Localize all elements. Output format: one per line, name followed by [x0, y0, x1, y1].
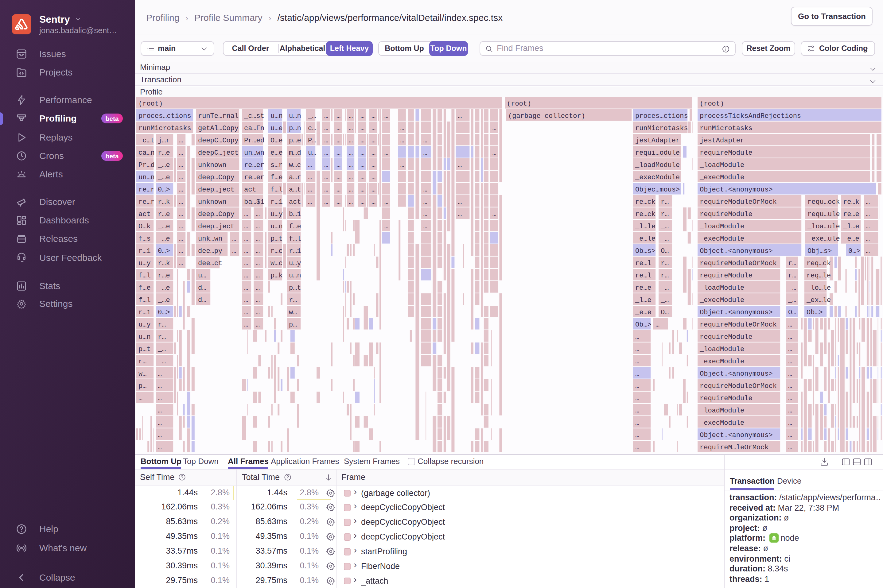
svg-text:req…ck: req…ck [806, 260, 831, 267]
svg-text:u…n: u…n [289, 112, 301, 120]
svg-text:…: … [788, 333, 792, 341]
svg-text:_loa…ule: _loa…ule [807, 223, 840, 231]
svg-text:re…r: re…r [138, 186, 155, 194]
svg-text:…: … [423, 198, 427, 206]
svg-text:_loadModule: _loadModule [700, 223, 744, 231]
svg-text:…: … [324, 198, 328, 206]
svg-text:p…: p… [289, 321, 297, 328]
svg-text:…: … [866, 235, 870, 243]
svg-text:…: … [256, 284, 260, 292]
svg-text:…: … [788, 321, 792, 328]
svg-text:r…e: r…e [158, 272, 170, 280]
svg-text:re…l: re…l [635, 272, 652, 280]
svg-text:r…: r… [289, 297, 297, 304]
svg-text:p…k: p…k [270, 272, 283, 280]
svg-text:w…: w… [138, 370, 146, 378]
svg-text:d…: d… [198, 297, 206, 304]
svg-text:b…1: b…1 [289, 210, 301, 218]
svg-text:_l…e: _l…e [843, 223, 859, 231]
svg-text:…: … [336, 137, 341, 144]
svg-text:_c…t: _c…t [138, 137, 155, 144]
svg-text:r…: r… [661, 198, 669, 206]
svg-text:…: … [371, 174, 375, 182]
svg-text:r…: r… [788, 272, 796, 280]
svg-text:…: … [384, 149, 388, 157]
svg-text:…: … [324, 186, 328, 194]
svg-text:…: … [179, 260, 183, 267]
svg-text:runMicrotasks: runMicrotasks [138, 124, 191, 132]
svg-text:re…k: re…k [843, 198, 859, 206]
svg-text:…: … [324, 112, 328, 120]
svg-text:re…ck: re…ck [635, 210, 655, 218]
svg-text:act: act [138, 210, 151, 218]
svg-text:…: … [179, 161, 183, 169]
svg-text:u…n: u…n [138, 333, 151, 341]
svg-text:…: … [493, 149, 497, 157]
svg-text:…: … [458, 198, 462, 206]
svg-text:re…er: re…er [244, 161, 264, 169]
svg-text:_e…e: _e…e [635, 309, 652, 316]
svg-text:unknown: unknown [198, 161, 226, 169]
svg-text:…: … [788, 432, 792, 439]
svg-text:…: … [179, 235, 183, 243]
svg-text:…: … [423, 210, 427, 218]
svg-text:requireModule: requireModule [700, 272, 752, 280]
svg-text:c…: c… [308, 124, 316, 132]
svg-text:…: … [423, 186, 427, 194]
svg-text:(root): (root) [138, 100, 163, 108]
svg-text:act: act [244, 186, 256, 194]
svg-text:…: … [308, 174, 312, 182]
svg-text:dee…py: dee…py [198, 248, 222, 255]
svg-text:…: … [232, 248, 236, 255]
svg-text:p…t: p…t [289, 284, 301, 292]
svg-text:processTicksAndRejections: processTicksAndRejections [700, 112, 801, 120]
svg-text:…: … [349, 112, 353, 120]
svg-text:requireModule: requireModule [700, 394, 752, 402]
svg-text:r…: r… [158, 321, 166, 328]
svg-text:r…: r… [661, 272, 669, 280]
svg-text:p…: p… [138, 382, 146, 390]
svg-text:Ob…s>: Ob…s> [635, 248, 655, 255]
svg-text:f…l: f…l [270, 186, 283, 194]
svg-text:runMicrotasks: runMicrotasks [700, 124, 752, 132]
svg-text:Object.<anonymous>: Object.<anonymous> [700, 370, 773, 378]
svg-text:r…1: r…1 [138, 248, 151, 255]
svg-text:re…e: re…e [843, 210, 859, 218]
svg-text:…: … [635, 432, 639, 439]
svg-text:(garbage collector): (garbage collector) [508, 112, 585, 120]
svg-text:f…e: f…e [138, 284, 151, 292]
svg-text:…: … [256, 210, 260, 218]
svg-text:requireModule: requireModule [700, 210, 752, 218]
svg-text:f…l: f…l [138, 272, 151, 280]
svg-text:…: … [244, 210, 248, 218]
svg-text:_l…e: _l…e [635, 297, 652, 304]
svg-text:runTe…rnal: runTe…rnal [198, 112, 239, 120]
svg-text:_…: _… [788, 297, 796, 304]
svg-text:act: act [289, 198, 301, 206]
svg-text:P…: P… [308, 137, 316, 144]
svg-text:Ob…>: Ob…> [806, 309, 823, 316]
svg-text:j…r: j…r [158, 137, 170, 144]
svg-text:…: … [232, 235, 236, 243]
svg-text:…: … [371, 161, 375, 169]
svg-text:r…c: r…c [270, 248, 283, 255]
svg-text:…: … [635, 382, 639, 390]
svg-text:…: … [360, 161, 365, 169]
svg-text:_execModule: _execModule [700, 419, 744, 427]
svg-text:…: … [788, 370, 792, 378]
svg-text:requireModuleOrMock: requireModuleOrMock [700, 382, 777, 390]
svg-text:_loadModule: _loadModule [635, 161, 680, 169]
svg-text:r…: r… [661, 260, 669, 267]
svg-text:u…n: u…n [289, 272, 301, 280]
svg-text:0…>: 0…> [158, 186, 170, 194]
svg-text:f…l: f…l [138, 297, 151, 304]
svg-text:u…y: u…y [138, 321, 151, 328]
svg-text:p…e: p…e [289, 137, 301, 144]
svg-text:Pr…d: Pr…d [138, 161, 155, 169]
svg-text:_…: _… [661, 284, 669, 292]
svg-text:(root): (root) [507, 100, 531, 108]
svg-text:requireModuleOrMock: requireModuleOrMock [700, 260, 777, 267]
svg-text:requ…ule: requ…ule [808, 210, 840, 218]
svg-text:…: … [635, 345, 639, 353]
svg-text:d…: d… [198, 284, 206, 292]
